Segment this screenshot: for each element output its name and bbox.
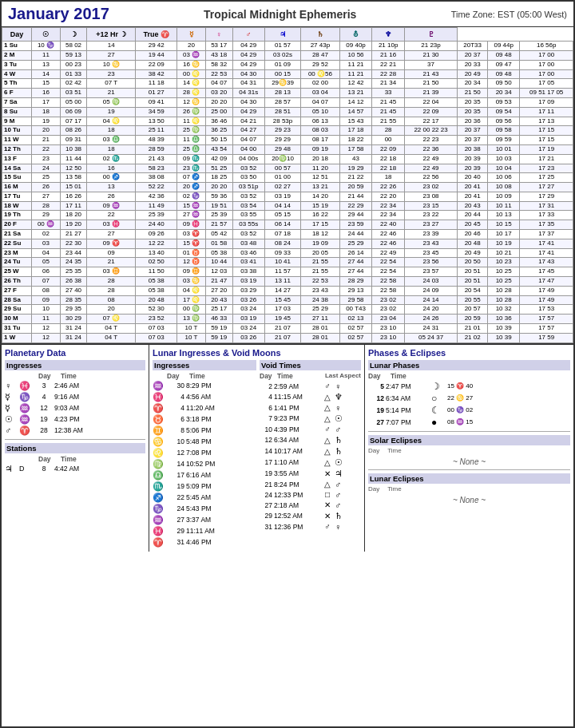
solar-day-hdr: Day [368,447,379,454]
void-time-row: 272:18 AM✕♂ [260,500,361,510]
lunar-ingress-row: ♋105:48 PM [153,437,256,447]
col-moon-12: +12 Hr ☽ [87,28,136,42]
void-planet: ♀ [335,382,341,391]
table-row: 10 Tu2008 261825 1125 ♍36 2504 2729 2308… [2,126,573,136]
void-day: 21 [260,481,272,489]
lunar-ing-sign: ♒ [153,381,165,391]
lunar-ing-time: 3:18 PM [186,415,238,423]
void-time-row: 2912:52 AM✕♄ [260,511,361,521]
lunar-ing-day: 31 [167,538,184,546]
lunar-ingress-row: ♓2911:11 AM [153,526,256,536]
void-planet: ♂ [335,500,341,510]
lunar-ingresses-title: Lunar Ingresses & Void Moons [153,348,361,358]
station-day: 8 [34,465,54,473]
table-row: 5 Th1502 4207 T11 1814 ♌04 0704 3129♋390… [2,79,573,89]
station-row: ♃D84:42 AM [5,464,145,474]
lunar-ing-time: 5:09 PM [186,482,238,490]
table-row: 14 Sa2412 501658 2323 ♏51 2503 5200 5711… [2,164,573,173]
ingress-day: 19 [34,415,54,423]
lunar-ing-day: 4 [167,393,184,401]
lunar-ingress-row: ♈314:46 PM [153,537,256,548]
lunar-ing-day: 22 [167,493,184,501]
phases-eclipses-panel: Phases & Eclipses Lunar Phases Day Time … [365,345,573,552]
ingress-sign-symbol: ♓ [19,381,34,391]
lunar-ing-day: 19 [167,482,184,490]
void-day: 14 [260,447,272,455]
lunar-phases-subtitle: Lunar Phases [368,360,570,370]
phase-value: 08 ♒ 15 [447,418,473,425]
void-planet: ♂ [335,490,341,500]
void-day-hdr: Day [260,372,277,380]
table-row: 21 Sa0221 272709 2603 ♈05 4203 5207 1818… [2,230,573,239]
timezone-label: Time Zone: EST (05:00 West) [451,10,567,19]
ingress-time: 12:38 AM [54,426,83,434]
void-aspect: △ [322,447,333,456]
lunar-ing-time: 4:46 PM [186,538,238,546]
lunar-ingress-row: ♌127:08 PM [153,448,256,458]
ingress-row: ☿♑49:16 AM [5,392,145,402]
void-day: 27 [260,501,272,509]
phases-col-header: Day Time [368,372,570,380]
void-day: 10 [260,425,272,433]
table-row: 16 M2615 011352 2220 ♐20 2003 51p02 2713… [2,183,573,192]
ingress-day: 12 [34,404,54,412]
ingress-row: ♂♈2812:38 AM [5,425,145,436]
table-row: 6 F1603 512101 2728 ♌03 2004 31s28 1303 … [2,89,573,98]
col-moon: ☽ [60,28,87,42]
station-direction: D [19,465,34,473]
ingress-row: ☿♒129:03 AM [5,403,145,413]
lunar-day-hdr: Day [368,485,379,493]
void-day: 24 [260,491,272,499]
void-aspect: □ [322,490,333,499]
lunar-ingresses-panel: Lunar Ingresses & Void Moons Ingresses D… [149,345,365,552]
lunar-ing-time: 11:11 AM [186,527,238,535]
table-row: 1 Su10 ♑58 021429 422053 1704 2901 5727 … [2,42,573,51]
col-pluto: ♇ [404,28,458,42]
col-sun: ☉ [32,28,60,42]
ingress-planet-symbol: ☿ [5,403,19,413]
lunar-ingress-row: ♎176:16 AM [153,470,256,481]
lunar-ing-day: 6 [167,415,184,423]
lunar-ing-sign: ♓ [153,526,165,536]
solar-eclipse-none: ~ None ~ [368,457,570,466]
void-planet: ♄ [335,446,343,457]
void-aspect: △ [322,414,333,423]
lunar-ing-subtitle: Ingresses [153,360,256,370]
void-aspect: ✕ [322,512,333,520]
col-mercury: ☿ [177,28,205,42]
lunar-ing-day: 10 [167,437,184,445]
phase-row: 52:47 PM☽15 ♈ 40 [368,381,570,392]
void-subtitle: Void Times [260,360,361,370]
table-row: 19 Th2918 202225 3927 ♒25 3903 5505 1516… [2,211,573,220]
phase-time: 7:07 PM [386,418,430,426]
void-time-row: 3112:36 PM♂♀ [260,522,361,532]
col-neptune: ♆ [372,28,404,42]
void-time-row: 2412:33 PM□♂ [260,490,361,500]
table-row: 28 Sa0928 350820 4817 ♌20 4303 2615 4524… [2,295,573,305]
void-time: 3:55 AM [274,469,320,477]
void-time: 8:24 PM [274,481,320,489]
ingress-planet-symbol: ☉ [5,414,19,425]
ingress-sign-symbol: ♑ [19,392,34,402]
void-time: 4:39 PM [274,425,320,433]
lunar-eclipse-title: Lunar Eclipses [368,473,570,484]
phase-symbol: ☽ [431,381,446,392]
divider2 [368,431,570,432]
lunar-eclipse-none: ~ None ~ [368,496,570,504]
table-row: 1 W1231 2404 T07 0310 T59 1903 2621 0728… [2,333,573,342]
lunar-ingress-row: ♈411:20 AM [153,403,256,413]
void-col-header: Day Time Last Aspect [260,372,361,381]
lunar-time-hdr: Time [387,485,401,493]
header: January 2017 Tropical Midnight Ephemeris… [2,2,573,27]
planetary-data-panel: Planetary Data Ingresses Day Time ♀♓32:4… [2,345,149,552]
void-time-row: 126:34 AM△♄ [260,435,361,445]
ingress-sign-symbol: ♒ [19,403,34,413]
ingresses-subtitle: Ingresses [5,360,145,370]
phase-value: 15 ♈ 40 [447,382,473,390]
void-planet: ♄ [335,435,343,445]
st-time-hdr: Time [61,455,77,463]
ingress-planet-symbol: ♂ [5,425,19,435]
lunar-ing-day: 24 [167,504,184,512]
lunar-ing-time: 6:16 AM [186,471,238,479]
ingress-time: 2:46 AM [54,382,79,390]
